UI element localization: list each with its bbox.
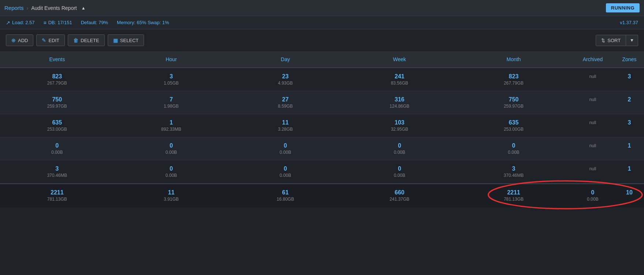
sort-label: SORT	[607, 38, 621, 43]
table-header: Events Hour Day Week Month Archived Zone…	[0, 51, 644, 68]
cell-day-4: 0 0.00B	[228, 164, 343, 179]
delete-label: DELETE	[81, 38, 99, 43]
header-month: Month	[456, 55, 571, 64]
select-button[interactable]: ▦ SELECT	[108, 34, 144, 46]
cell-archived-3: null	[571, 141, 615, 156]
load-label: Load: 2.57	[12, 20, 34, 25]
breadcrumb: Reports › Audit Events Report ▲	[4, 5, 86, 11]
total-week: 660 241.37GB	[343, 188, 457, 203]
delete-button[interactable]: 🗑 DELETE	[68, 34, 105, 46]
cell-month-2: 635 253.00GB	[456, 118, 571, 133]
cell-hour-3: 0 0.00B	[114, 141, 229, 156]
sort-icon: ⇅	[601, 38, 605, 43]
cell-week-1: 316 124.86GB	[343, 95, 457, 110]
cell-events-4: 3 370.46MB	[0, 164, 114, 179]
default-status: Default: 79%	[81, 20, 108, 25]
cell-month-0: 823 267.79GB	[456, 72, 571, 87]
sort-button[interactable]: ⇅ SORT	[596, 35, 626, 46]
delete-icon: 🗑	[73, 37, 78, 43]
total-hour: 11 3.91GB	[114, 188, 229, 203]
cell-month-4: 3 370.46MB	[456, 164, 571, 179]
data-table: Events Hour Day Week Month Archived Zone…	[0, 51, 644, 207]
select-label: SELECT	[120, 38, 139, 43]
cell-week-0: 241 83.56GB	[343, 72, 457, 87]
edit-icon: ✎	[42, 37, 46, 43]
cell-events-2: 635 253.00GB	[0, 118, 114, 133]
cell-day-0: 23 4.93GB	[228, 72, 343, 87]
header-archived: Archived	[571, 55, 615, 64]
cell-zones-1: 2	[615, 95, 644, 110]
header-hour: Hour	[114, 55, 229, 64]
cell-zones-3: 1	[615, 141, 644, 156]
cell-archived-1: null	[571, 95, 615, 110]
cell-archived-2: null	[571, 118, 615, 133]
chevron-up-icon: ▲	[81, 5, 86, 11]
edit-button[interactable]: ✎ EDIT	[36, 34, 65, 46]
cell-hour-1: 7 1.98GB	[114, 95, 229, 110]
header-day: Day	[228, 55, 343, 64]
edit-label: EDIT	[48, 38, 59, 43]
version-label: v1.37.37	[620, 20, 638, 25]
cell-events-0: 823 267.79GB	[0, 72, 114, 87]
breadcrumb-separator: ›	[27, 5, 29, 11]
memory-status: Memory: 65% Swap: 1%	[117, 20, 169, 25]
header-week: Week	[343, 55, 457, 64]
cell-week-3: 0 0.00B	[343, 141, 457, 156]
report-title: Audit Events Report	[31, 5, 77, 11]
running-badge: RUNNING	[606, 3, 640, 12]
cell-day-3: 0 0.00B	[228, 141, 343, 156]
table-row[interactable]: 0 0.00B 0 0.00B 0 0.00B 0 0.00B 0 0.00B …	[0, 137, 644, 160]
toolbar: ⊕ ADD ✎ EDIT 🗑 DELETE ▦ SELECT ⇅ SORT ▼	[0, 29, 644, 51]
db-icon: ≡	[43, 20, 46, 26]
add-label: ADD	[18, 38, 28, 43]
table-row[interactable]: 3 370.46MB 0 0.00B 0 0.00B 0 0.00B 3 370…	[0, 160, 644, 183]
table-row[interactable]: 750 259.97GB 7 1.98GB 27 8.59GB 316 124.…	[0, 91, 644, 114]
load-status: ↗ Load: 2.57	[6, 20, 34, 26]
default-label: Default: 79%	[81, 20, 108, 25]
cell-month-3: 0 0.00B	[456, 141, 571, 156]
top-nav: Reports › Audit Events Report ▲ RUNNING	[0, 0, 644, 16]
header-zones: Zones	[615, 55, 644, 64]
header-events: Events	[0, 55, 114, 64]
cell-day-1: 27 8.59GB	[228, 95, 343, 110]
add-button[interactable]: ⊕ ADD	[6, 34, 33, 46]
select-icon: ▦	[113, 37, 118, 43]
sort-group: ⇅ SORT ▼	[596, 35, 638, 46]
cell-day-2: 11 3.28GB	[228, 118, 343, 133]
total-archived: 0 0.00B	[571, 188, 615, 203]
sort-dropdown-button[interactable]: ▼	[626, 35, 638, 46]
cell-hour-0: 3 1.05GB	[114, 72, 229, 87]
memory-label: Memory: 65% Swap: 1%	[117, 20, 169, 25]
running-status: RUNNING	[606, 5, 640, 11]
cell-archived-4: null	[571, 164, 615, 179]
cell-week-2: 103 32.95GB	[343, 118, 457, 133]
cell-events-1: 750 259.97GB	[0, 95, 114, 110]
total-month: 2211 781.13GB	[456, 188, 571, 203]
cell-month-1: 750 259.97GB	[456, 95, 571, 110]
add-icon: ⊕	[11, 37, 16, 43]
status-bar: ↗ Load: 2.57 ≡ DB: 17/151 Default: 79% M…	[0, 16, 644, 29]
cell-zones-4: 1	[615, 164, 644, 179]
total-events: 2211 781.13GB	[0, 188, 114, 203]
cell-hour-4: 0 0.00B	[114, 164, 229, 179]
load-icon: ↗	[6, 20, 10, 26]
db-label: DB: 17/151	[48, 20, 72, 25]
cell-hour-2: 1 892.33MB	[114, 118, 229, 133]
total-zones: 10	[615, 188, 644, 203]
cell-zones-0: 3	[615, 72, 644, 87]
cell-archived-0: null	[571, 72, 615, 87]
table-row[interactable]: 635 253.00GB 1 892.33MB 11 3.28GB 103 32…	[0, 114, 644, 137]
reports-nav-link[interactable]: Reports	[4, 5, 24, 11]
db-status: ≡ DB: 17/151	[43, 20, 72, 26]
totals-row: 2211 781.13GB 11 3.91GB 61 16.80GB 660 2…	[0, 183, 644, 207]
cell-events-3: 0 0.00B	[0, 141, 114, 156]
cell-week-4: 0 0.00B	[343, 164, 457, 179]
table-row[interactable]: 823 267.79GB 3 1.05GB 23 4.93GB 241 83.5…	[0, 68, 644, 91]
cell-zones-2: 3	[615, 118, 644, 133]
total-day: 61 16.80GB	[228, 188, 343, 203]
